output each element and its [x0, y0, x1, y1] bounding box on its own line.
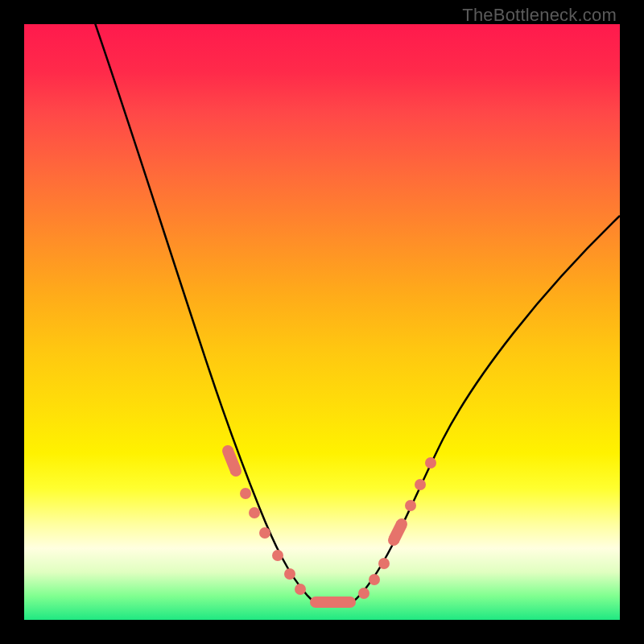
bottleneck-chart [24, 24, 620, 620]
marker-pill [222, 445, 242, 477]
marker-dot [259, 527, 270, 539]
marker-dot [358, 588, 369, 599]
marker-dot [405, 500, 416, 511]
marker-pill [388, 518, 407, 546]
svg-rect-6 [316, 597, 350, 608]
marker-dot [272, 550, 283, 561]
marker-dot [284, 568, 295, 580]
marker-dot [415, 479, 426, 490]
watermark-text: TheBottleneck.com [462, 5, 617, 26]
marker-dot [240, 488, 251, 499]
marker-dot [369, 574, 380, 585]
marker-dot [378, 558, 390, 569]
marker-pill-trough [310, 597, 356, 608]
marker-dot [295, 584, 306, 595]
marker-dot [249, 507, 260, 518]
curve-left-branch [93, 24, 314, 602]
marker-dot [425, 457, 436, 469]
